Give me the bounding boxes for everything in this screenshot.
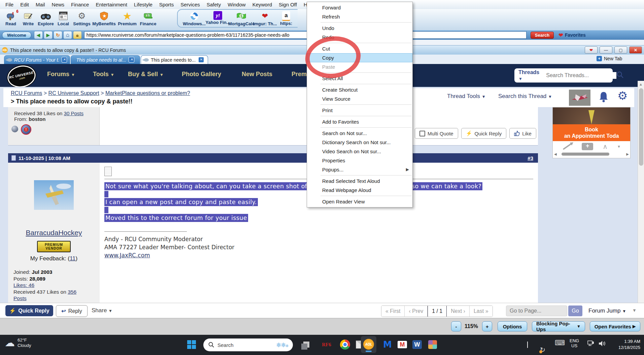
context-item-read-selected-aloud[interactable]: Read Selected Text Aloud [307, 176, 412, 186]
ad-horizontal-scrollbar[interactable]: ◀ ▶ [553, 152, 630, 156]
context-item-open-reader-view[interactable]: Open Reader View [307, 197, 412, 206]
context-item-popups[interactable]: Popups...▶ [307, 165, 412, 174]
mybenefits-button[interactable]: ★ MyBenefits [92, 9, 116, 26]
first-page-button[interactable]: « First [381, 306, 405, 317]
menu-file[interactable]: File [2, 2, 17, 7]
language-indicator[interactable]: ENGUS [570, 338, 579, 348]
photos-app-icon[interactable] [427, 339, 438, 350]
blocking-popups-dropdown[interactable]: Blocking Pop-Ups ▼ [532, 321, 585, 331]
zoom-in-button[interactable]: + [482, 321, 492, 331]
aol-app-icon-active[interactable]: AOL [361, 336, 376, 353]
report-post-icon[interactable]: ! [21, 124, 31, 135]
post-number-link[interactable]: #3 [528, 155, 533, 161]
nav-tools[interactable]: Tools ▼ [93, 71, 114, 78]
author-username-link[interactable]: BarracudaHockey [26, 229, 82, 237]
search-icon[interactable] [616, 71, 624, 80]
notifications-bell-icon[interactable] [599, 91, 609, 104]
advertisement[interactable]: Book an Appointment Toda ∧ ▼ ◀ ▶ [552, 107, 631, 158]
context-item-undo[interactable]: Undo [307, 24, 412, 33]
signature-link[interactable]: www.JaxRC.com [104, 252, 150, 259]
ad-banner[interactable]: Book an Appointment Toda [553, 124, 630, 141]
write-button[interactable]: Write [20, 9, 37, 26]
scroll-down-icon[interactable]: ▼ [632, 308, 637, 313]
gmail-app-icon[interactable]: M [397, 339, 408, 350]
scrollbar-thumb[interactable] [639, 88, 643, 166]
context-item-print[interactable]: Print [307, 106, 412, 115]
last-page-button[interactable]: Last » [470, 306, 493, 317]
received-posts-word-link[interactable]: Posts [13, 295, 27, 301]
prev-page-button[interactable]: ‹ Prev [405, 306, 428, 317]
tab-this-place-2[interactable]: This place needs to al... ✕ [71, 55, 140, 64]
home-icon[interactable]: ⌂ [63, 31, 72, 39]
taskbar-weather-widget[interactable]: ☁ 62°FCloudy [5, 337, 31, 348]
nav-forums[interactable]: Forums ▼ [47, 71, 75, 78]
realflight-app-icon[interactable]: RF6 [319, 339, 334, 350]
go-button[interactable]: Go [568, 305, 582, 316]
nav-photo-gallery[interactable]: Photo Gallery [182, 71, 221, 78]
nav-buy-sell[interactable]: Buy & Sell ▼ [128, 71, 164, 78]
zoom-out-button[interactable]: - [451, 321, 461, 331]
menu-services[interactable]: Services [177, 2, 203, 7]
menu-window[interactable]: Window [224, 2, 249, 7]
favorite-yahoo-finance[interactable]: y! Yahoo Fin... [206, 10, 230, 26]
scroll-up-icon[interactable]: ▲ [639, 82, 643, 86]
welcome-button[interactable]: Welcome [2, 32, 31, 39]
maximize-button[interactable]: ▢ [614, 46, 627, 54]
nav-new-posts[interactable]: New Posts [242, 71, 272, 78]
word-app-icon[interactable]: W [411, 339, 423, 350]
tab-close-icon[interactable]: ✕ [62, 57, 67, 63]
go-to-page-input[interactable] [506, 305, 567, 316]
task-view-button[interactable] [301, 339, 312, 350]
scroll-left-icon[interactable]: ◀ [554, 152, 557, 156]
read-button[interactable]: 6 Read [2, 9, 20, 26]
likes-link[interactable]: Likes: 46 [13, 282, 34, 288]
context-item-create-shortcut[interactable]: Create Shortcut [307, 85, 412, 94]
tab-rcu-forums[interactable]: RCU Forums - Your t... ✕ [4, 55, 70, 64]
context-item-dictionary-search[interactable]: Dictionary Search on Not sur... [307, 138, 412, 147]
favorite-mortgagcalc[interactable]: $ MortgagCalc [230, 10, 253, 26]
thread-thumbnail-image[interactable] [569, 90, 590, 106]
next-page-button[interactable]: Next › [447, 306, 470, 317]
multi-quote-button[interactable]: Multi Quote [415, 128, 458, 139]
menu-entertainment[interactable]: Entertainment [92, 2, 130, 7]
received-count-link[interactable]: 356 [68, 289, 76, 295]
breadcrumb-marketplace[interactable]: MarketPlace questions or problem? [105, 90, 190, 96]
options-button[interactable]: Options [498, 321, 527, 331]
threads-dropdown[interactable]: Threads ▼ [518, 69, 539, 82]
menu-mail[interactable]: Mail [32, 2, 48, 7]
close-button[interactable]: ✕ [629, 46, 642, 54]
context-item-properties[interactable]: Properties [307, 156, 412, 165]
page-scrollbar[interactable]: ▲ [638, 81, 644, 303]
menu-lifestyle[interactable]: Lifestyle [131, 2, 156, 7]
breadcrumb-rc-support[interactable]: RC Universe Support [48, 90, 99, 96]
taskbar-clock[interactable]: 1:39 AM12/18/2025 [610, 338, 640, 351]
quick-reply-button[interactable]: ⚡Quick Reply [5, 305, 53, 316]
breadcrumb-rcu-forums[interactable]: RCU Forums [11, 90, 42, 96]
tab-close-icon[interactable]: ✕ [198, 57, 204, 63]
touch-keyboard-icon[interactable]: ⌨ [555, 339, 565, 347]
tray-chevron-icon[interactable] [527, 342, 528, 348]
forum-jump-dropdown[interactable]: Forum Jump ▼ [588, 308, 626, 314]
chrome-app-icon[interactable] [339, 339, 351, 350]
reply-button[interactable]: ↩Reply [56, 305, 88, 317]
explore-button[interactable]: Explore [37, 9, 55, 26]
received-posts-link[interactable]: 30 Posts [64, 110, 83, 116]
scrollbar-thumb[interactable] [562, 153, 609, 156]
context-item-view-source[interactable]: View Source [307, 94, 412, 103]
open-favorites-button[interactable]: Open Favorites ▶ [590, 321, 640, 331]
menu-sports[interactable]: Sports [156, 2, 177, 7]
context-item-read-webpage-aloud[interactable]: Read Webpage Aloud [307, 186, 412, 195]
minimize-button[interactable]: — [600, 46, 612, 54]
local-button[interactable]: NEWS Local [55, 9, 72, 26]
menu-news[interactable]: News [48, 2, 68, 7]
rcuniverse-logo[interactable]: RC UNIVERSE .com [5, 63, 37, 90]
like-button[interactable]: Like [509, 128, 536, 139]
context-item-add-to-favorites[interactable]: Add to Favorites [307, 117, 412, 126]
finance-button[interactable]: $ Finance [138, 9, 158, 26]
favorite-imgur[interactable]: ❤ Imgur: Th... [253, 10, 277, 26]
malwarebytes-app-icon[interactable]: M [382, 339, 393, 350]
tab-this-place-active[interactable]: This place needs to... ✕ [141, 55, 208, 64]
context-item-forward[interactable]: Forward [307, 3, 412, 12]
favorite-windows[interactable]: Windows... [182, 10, 206, 26]
menu-safety[interactable]: Safety [203, 2, 225, 7]
